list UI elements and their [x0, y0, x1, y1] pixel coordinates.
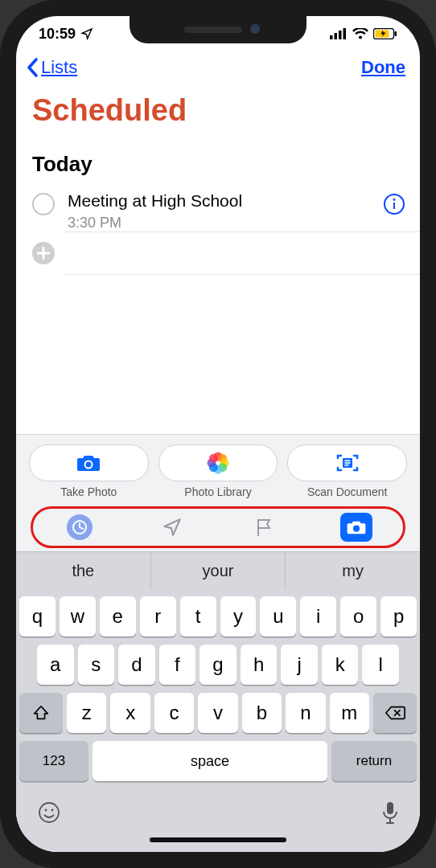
plus-icon — [32, 242, 55, 264]
microphone-icon — [381, 800, 399, 825]
home-indicator-area — [16, 828, 420, 852]
wifi-icon — [352, 28, 368, 39]
reminder-title: Meeting at High School — [68, 190, 370, 211]
backspace-key[interactable] — [373, 693, 417, 733]
chevron-left-icon — [24, 56, 40, 79]
key-b[interactable]: b — [242, 693, 282, 733]
svg-rect-21 — [387, 802, 393, 814]
svg-rect-3 — [343, 28, 347, 39]
reminder-complete-toggle[interactable] — [32, 193, 55, 215]
camera-icon — [76, 453, 101, 473]
key-z[interactable]: z — [67, 693, 106, 733]
key-g[interactable]: g — [199, 645, 237, 685]
screen: 10:59 — [16, 16, 420, 852]
svg-point-17 — [353, 526, 360, 532]
svg-rect-1 — [335, 33, 338, 39]
key-l[interactable]: l — [362, 645, 399, 685]
key-t[interactable]: t — [180, 596, 216, 637]
attachment-options — [16, 434, 420, 485]
battery-icon — [373, 28, 397, 39]
key-e[interactable]: e — [100, 596, 136, 637]
phone-frame: 10:59 — [0, 0, 436, 868]
suggestion-1[interactable]: the — [16, 552, 150, 590]
svg-rect-5 — [395, 31, 397, 36]
reminder-toolbar — [16, 503, 420, 551]
shift-key[interactable] — [19, 693, 63, 733]
suggestion-2[interactable]: your — [150, 552, 286, 590]
done-button[interactable]: Done — [361, 57, 405, 78]
key-j[interactable]: j — [281, 645, 318, 685]
key-q[interactable]: q — [19, 596, 56, 637]
suggestion-bar: the your my — [16, 551, 420, 590]
key-d[interactable]: d — [118, 645, 155, 685]
emoji-icon — [37, 800, 61, 825]
key-h[interactable]: h — [241, 645, 278, 685]
svg-rect-14 — [344, 462, 350, 464]
back-label: Lists — [41, 57, 77, 78]
keyboard-row-2: a s d f g h j k l — [19, 645, 417, 685]
svg-point-11 — [86, 462, 92, 468]
key-u[interactable]: u — [260, 596, 296, 637]
shift-icon — [32, 704, 50, 722]
svg-rect-22 — [389, 818, 391, 822]
suggestion-3[interactable]: my — [285, 552, 420, 590]
add-reminder-row[interactable] — [16, 232, 420, 274]
location-button[interactable] — [156, 511, 188, 543]
svg-point-20 — [51, 809, 54, 812]
key-p[interactable]: p — [380, 596, 417, 637]
photo-library-button[interactable] — [158, 444, 278, 481]
keyboard: q w e r t y u i o p a s d f g h — [16, 590, 420, 792]
photo-library-label: Photo Library — [158, 485, 278, 498]
key-a[interactable]: a — [37, 645, 74, 685]
key-y[interactable]: y — [220, 596, 257, 637]
reminder-row[interactable]: Meeting at High School 3:30 PM — [16, 182, 420, 231]
key-s[interactable]: s — [78, 645, 115, 685]
scan-document-label: Scan Document — [287, 485, 407, 498]
reminder-time: 3:30 PM — [68, 215, 370, 231]
svg-rect-13 — [344, 461, 350, 462]
schedule-button[interactable] — [64, 511, 96, 543]
key-k[interactable]: k — [322, 645, 359, 685]
back-button[interactable]: Lists — [24, 56, 77, 79]
numbers-key[interactable]: 123 — [19, 741, 88, 781]
keyboard-section: Take Photo Photo Library Scan Document — [16, 434, 420, 852]
svg-rect-23 — [386, 822, 394, 824]
attachment-labels: Take Photo Photo Library Scan Document — [16, 485, 420, 503]
return-key[interactable]: return — [331, 741, 417, 781]
key-r[interactable]: r — [140, 596, 176, 637]
svg-point-18 — [39, 803, 59, 822]
section-header-today: Today — [16, 136, 420, 182]
svg-rect-0 — [330, 35, 333, 39]
nav-bar: Lists Done — [16, 51, 420, 80]
take-photo-button[interactable] — [29, 444, 149, 481]
space-key[interactable]: space — [93, 741, 327, 781]
home-indicator[interactable] — [150, 837, 286, 842]
emoji-button[interactable] — [37, 800, 61, 828]
keyboard-row-4: 123 space return — [19, 741, 417, 781]
status-time: 10:59 — [39, 26, 76, 43]
info-button[interactable] — [383, 193, 405, 219]
keyboard-row-1: q w e r t y u i o p — [19, 596, 417, 637]
flag-icon — [254, 517, 274, 538]
photo-library-icon — [207, 452, 229, 474]
key-w[interactable]: w — [60, 596, 96, 637]
key-c[interactable]: c — [154, 693, 194, 733]
keyboard-bottom-row — [16, 792, 420, 828]
camera-button[interactable] — [340, 511, 372, 543]
key-v[interactable]: v — [198, 693, 237, 733]
notch — [130, 16, 306, 43]
key-o[interactable]: o — [340, 596, 376, 637]
key-f[interactable]: f — [159, 645, 196, 685]
page-title: Scheduled — [16, 80, 420, 136]
dictation-button[interactable] — [381, 800, 399, 828]
clock-icon — [67, 514, 93, 540]
flag-button[interactable] — [248, 511, 280, 543]
scan-document-button[interactable] — [287, 444, 407, 481]
info-icon — [383, 193, 405, 215]
backspace-icon — [385, 705, 405, 721]
camera-icon — [340, 513, 372, 542]
key-m[interactable]: m — [330, 693, 369, 733]
key-i[interactable]: i — [300, 596, 336, 637]
key-n[interactable]: n — [286, 693, 325, 733]
key-x[interactable]: x — [110, 693, 150, 733]
